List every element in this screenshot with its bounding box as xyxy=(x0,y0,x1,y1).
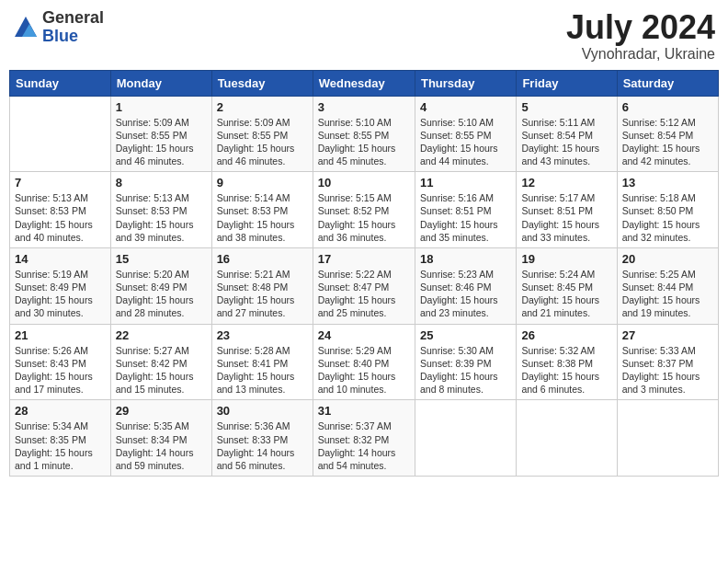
table-row: 2Sunrise: 5:09 AM Sunset: 8:55 PM Daylig… xyxy=(211,96,313,172)
table-row xyxy=(617,400,718,477)
day-info: Sunrise: 5:21 AM Sunset: 8:48 PM Dayligh… xyxy=(217,268,308,320)
day-number: 10 xyxy=(318,176,410,190)
table-row: 31Sunrise: 5:37 AM Sunset: 8:32 PM Dayli… xyxy=(313,400,415,477)
day-number: 1 xyxy=(116,100,207,114)
day-number: 14 xyxy=(15,252,106,266)
table-row: 30Sunrise: 5:36 AM Sunset: 8:33 PM Dayli… xyxy=(211,400,313,477)
table-row: 18Sunrise: 5:23 AM Sunset: 8:46 PM Dayli… xyxy=(415,247,516,324)
day-info: Sunrise: 5:37 AM Sunset: 8:32 PM Dayligh… xyxy=(318,419,410,472)
day-info: Sunrise: 5:29 AM Sunset: 8:40 PM Dayligh… xyxy=(318,344,410,396)
title-block: July 2024 Vynohradar, Ukraine xyxy=(566,9,715,63)
day-number: 28 xyxy=(15,404,106,418)
day-number: 13 xyxy=(622,176,713,190)
day-info: Sunrise: 5:13 AM Sunset: 8:53 PM Dayligh… xyxy=(116,191,207,244)
day-number: 23 xyxy=(217,328,308,342)
logo-general: General xyxy=(42,9,104,28)
table-row: 28Sunrise: 5:34 AM Sunset: 8:35 PM Dayli… xyxy=(10,400,111,477)
day-info: Sunrise: 5:09 AM Sunset: 8:55 PM Dayligh… xyxy=(217,116,308,168)
weekday-header-thursday: Thursday xyxy=(415,70,516,96)
day-number: 25 xyxy=(420,328,511,342)
table-row: 1Sunrise: 5:09 AM Sunset: 8:55 PM Daylig… xyxy=(110,96,211,172)
table-row: 29Sunrise: 5:35 AM Sunset: 8:34 PM Dayli… xyxy=(110,400,211,477)
day-number: 15 xyxy=(116,252,207,266)
day-info: Sunrise: 5:13 AM Sunset: 8:53 PM Dayligh… xyxy=(15,191,106,244)
table-row: 20Sunrise: 5:25 AM Sunset: 8:44 PM Dayli… xyxy=(617,247,718,324)
table-row: 27Sunrise: 5:33 AM Sunset: 8:37 PM Dayli… xyxy=(617,324,718,400)
day-info: Sunrise: 5:12 AM Sunset: 8:54 PM Dayligh… xyxy=(622,116,713,168)
day-number: 17 xyxy=(318,252,410,266)
day-number: 31 xyxy=(318,404,410,418)
day-info: Sunrise: 5:26 AM Sunset: 8:43 PM Dayligh… xyxy=(15,344,106,396)
logo-text: General Blue xyxy=(42,9,104,46)
page-header: General Blue July 2024 Vynohradar, Ukrai… xyxy=(9,9,719,63)
day-number: 24 xyxy=(318,328,410,342)
day-number: 22 xyxy=(116,328,207,342)
month-year: July 2024 xyxy=(566,9,715,46)
day-info: Sunrise: 5:11 AM Sunset: 8:54 PM Dayligh… xyxy=(521,116,611,168)
calendar-week-2: 7Sunrise: 5:13 AM Sunset: 8:53 PM Daylig… xyxy=(10,172,719,248)
day-info: Sunrise: 5:30 AM Sunset: 8:39 PM Dayligh… xyxy=(420,344,511,396)
table-row: 25Sunrise: 5:30 AM Sunset: 8:39 PM Dayli… xyxy=(415,324,516,400)
weekday-header-sunday: Sunday xyxy=(10,70,111,96)
table-row: 4Sunrise: 5:10 AM Sunset: 8:55 PM Daylig… xyxy=(415,96,516,172)
day-info: Sunrise: 5:28 AM Sunset: 8:41 PM Dayligh… xyxy=(217,344,308,396)
day-info: Sunrise: 5:09 AM Sunset: 8:55 PM Dayligh… xyxy=(116,116,207,168)
table-row: 24Sunrise: 5:29 AM Sunset: 8:40 PM Dayli… xyxy=(313,324,415,400)
table-row: 10Sunrise: 5:15 AM Sunset: 8:52 PM Dayli… xyxy=(313,172,415,248)
day-info: Sunrise: 5:19 AM Sunset: 8:49 PM Dayligh… xyxy=(15,268,106,320)
logo: General Blue xyxy=(13,9,104,46)
table-row: 9Sunrise: 5:14 AM Sunset: 8:53 PM Daylig… xyxy=(211,172,313,248)
day-info: Sunrise: 5:18 AM Sunset: 8:50 PM Dayligh… xyxy=(622,191,713,244)
table-row: 8Sunrise: 5:13 AM Sunset: 8:53 PM Daylig… xyxy=(110,172,211,248)
day-number: 3 xyxy=(318,100,410,114)
table-row: 17Sunrise: 5:22 AM Sunset: 8:47 PM Dayli… xyxy=(313,247,415,324)
day-number: 29 xyxy=(116,404,207,418)
logo-icon xyxy=(13,15,39,40)
day-number: 9 xyxy=(217,176,308,190)
logo-blue: Blue xyxy=(42,28,104,46)
table-row xyxy=(10,96,111,172)
day-number: 2 xyxy=(217,100,308,114)
table-row: 15Sunrise: 5:20 AM Sunset: 8:49 PM Dayli… xyxy=(110,247,211,324)
day-info: Sunrise: 5:24 AM Sunset: 8:45 PM Dayligh… xyxy=(521,268,611,320)
weekday-header-tuesday: Tuesday xyxy=(211,70,313,96)
table-row: 22Sunrise: 5:27 AM Sunset: 8:42 PM Dayli… xyxy=(110,324,211,400)
day-number: 7 xyxy=(15,176,106,190)
day-info: Sunrise: 5:14 AM Sunset: 8:53 PM Dayligh… xyxy=(217,191,308,244)
day-info: Sunrise: 5:32 AM Sunset: 8:38 PM Dayligh… xyxy=(521,344,611,396)
day-number: 19 xyxy=(521,252,611,266)
day-number: 21 xyxy=(15,328,106,342)
weekday-header-saturday: Saturday xyxy=(617,70,718,96)
day-number: 30 xyxy=(217,404,308,418)
day-number: 16 xyxy=(217,252,308,266)
day-info: Sunrise: 5:10 AM Sunset: 8:55 PM Dayligh… xyxy=(420,116,511,168)
day-number: 8 xyxy=(116,176,207,190)
day-info: Sunrise: 5:16 AM Sunset: 8:51 PM Dayligh… xyxy=(420,191,511,244)
day-info: Sunrise: 5:34 AM Sunset: 8:35 PM Dayligh… xyxy=(15,419,106,472)
day-number: 5 xyxy=(521,100,611,114)
table-row xyxy=(415,400,516,477)
location: Vynohradar, Ukraine xyxy=(566,46,715,63)
day-number: 18 xyxy=(420,252,511,266)
weekday-header-wednesday: Wednesday xyxy=(313,70,415,96)
day-info: Sunrise: 5:10 AM Sunset: 8:55 PM Dayligh… xyxy=(318,116,410,168)
day-info: Sunrise: 5:25 AM Sunset: 8:44 PM Dayligh… xyxy=(622,268,713,320)
day-number: 20 xyxy=(622,252,713,266)
table-row: 3Sunrise: 5:10 AM Sunset: 8:55 PM Daylig… xyxy=(313,96,415,172)
day-info: Sunrise: 5:35 AM Sunset: 8:34 PM Dayligh… xyxy=(116,419,207,472)
day-info: Sunrise: 5:23 AM Sunset: 8:46 PM Dayligh… xyxy=(420,268,511,320)
weekday-header-monday: Monday xyxy=(110,70,211,96)
day-number: 26 xyxy=(521,328,611,342)
day-number: 11 xyxy=(420,176,511,190)
day-info: Sunrise: 5:17 AM Sunset: 8:51 PM Dayligh… xyxy=(521,191,611,244)
day-info: Sunrise: 5:15 AM Sunset: 8:52 PM Dayligh… xyxy=(318,191,410,244)
day-info: Sunrise: 5:20 AM Sunset: 8:49 PM Dayligh… xyxy=(116,268,207,320)
calendar-week-1: 1Sunrise: 5:09 AM Sunset: 8:55 PM Daylig… xyxy=(10,96,719,172)
table-row: 23Sunrise: 5:28 AM Sunset: 8:41 PM Dayli… xyxy=(211,324,313,400)
table-row: 5Sunrise: 5:11 AM Sunset: 8:54 PM Daylig… xyxy=(517,96,617,172)
table-row: 16Sunrise: 5:21 AM Sunset: 8:48 PM Dayli… xyxy=(211,247,313,324)
day-info: Sunrise: 5:36 AM Sunset: 8:33 PM Dayligh… xyxy=(217,419,308,472)
day-number: 6 xyxy=(622,100,713,114)
table-row: 13Sunrise: 5:18 AM Sunset: 8:50 PM Dayli… xyxy=(617,172,718,248)
table-row: 26Sunrise: 5:32 AM Sunset: 8:38 PM Dayli… xyxy=(517,324,617,400)
